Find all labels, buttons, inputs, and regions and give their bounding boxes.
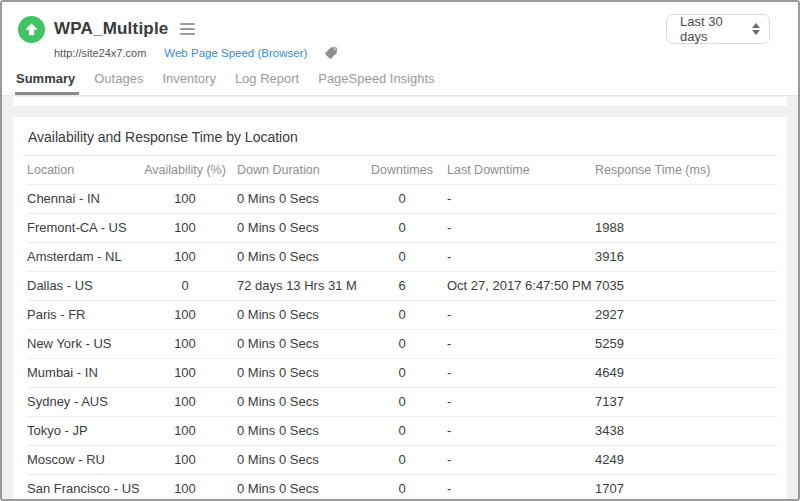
cell-last-downtime: Oct 27, 2017 6:47:50 PM — [447, 271, 595, 300]
cell-location: Tokyo - JP — [27, 416, 139, 445]
cell-last-downtime: - — [447, 300, 595, 329]
cell-response-time-ms: 5259 — [595, 329, 777, 358]
cell-availability: 100 — [139, 358, 231, 387]
cell-availability: 100 — [139, 184, 231, 213]
table-row: Fremont-CA - US1000 Mins 0 Secs0-1988 — [27, 213, 777, 242]
tab-pagespeed-insights[interactable]: PageSpeed Insights — [318, 69, 434, 95]
cell-down-duration: 0 Mins 0 Secs — [231, 387, 357, 416]
cell-downtimes: 0 — [357, 213, 447, 242]
cell-location: San Francisco - US — [27, 474, 139, 499]
previous-card-edge — [13, 97, 787, 106]
cell-location: Fremont-CA - US — [27, 213, 139, 242]
cell-down-duration: 0 Mins 0 Secs — [231, 474, 357, 499]
cell-location: New York - US — [27, 329, 139, 358]
cell-availability: 100 — [139, 329, 231, 358]
cell-response-time-ms: 3438 — [595, 416, 777, 445]
cell-location: Amsterdam - NL — [27, 242, 139, 271]
cell-response-time-ms: 7035 — [595, 271, 777, 300]
cell-location: Dallas - US — [27, 271, 139, 300]
cell-down-duration: 0 Mins 0 Secs — [231, 329, 357, 358]
cell-response-time-ms: 4649 — [595, 358, 777, 387]
cell-response-time-ms: 7137 — [595, 387, 777, 416]
monitor-title-row: WPA_Multiple Last 30 days — [18, 14, 784, 44]
cell-location: Mumbai - IN — [27, 358, 139, 387]
monitor-name: WPA_Multiple — [54, 19, 168, 39]
column-header-availability: Availability (%) — [139, 156, 231, 184]
tab-summary[interactable]: Summary — [16, 69, 75, 95]
cell-availability: 100 — [139, 242, 231, 271]
cell-location: Sydney - AUS — [27, 387, 139, 416]
cell-response-time-ms: 1707 — [595, 474, 777, 499]
cell-location: Paris - FR — [27, 300, 139, 329]
cell-response-time-ms: 2927 — [595, 300, 777, 329]
cell-response-time-ms: 1988 — [595, 213, 777, 242]
tab-log-report[interactable]: Log Report — [235, 69, 299, 95]
cell-last-downtime: - — [447, 445, 595, 474]
cell-downtimes: 6 — [357, 271, 447, 300]
table-row: Dallas - US072 days 13 Hrs 31 Mins6Oct 2… — [27, 271, 777, 300]
table-row: Paris - FR1000 Mins 0 Secs0-2927 — [27, 300, 777, 329]
up-arrow-icon — [24, 22, 39, 37]
table-row: Amsterdam - NL1000 Mins 0 Secs0-3916 — [27, 242, 777, 271]
cell-availability: 100 — [139, 387, 231, 416]
table-header-row: LocationAvailability (%)Down DurationDow… — [27, 156, 777, 184]
table-row: Chennai - IN1000 Mins 0 Secs0- — [27, 184, 777, 213]
monitor-subtitle-row: http://site24x7.com Web Page Speed (Brow… — [54, 44, 784, 62]
cell-downtimes: 0 — [357, 416, 447, 445]
cell-location: Chennai - IN — [27, 184, 139, 213]
cell-downtimes: 0 — [357, 300, 447, 329]
card-title-row: Availability and Response Time by Locati… — [23, 117, 777, 156]
cell-response-time-ms — [595, 184, 777, 213]
period-select[interactable]: Last 30 days — [666, 14, 770, 44]
cell-availability: 0 — [139, 271, 231, 300]
monitor-window: WPA_Multiple Last 30 days http://site24x… — [0, 0, 800, 501]
cell-response-time-ms: 4249 — [595, 445, 777, 474]
cell-availability: 100 — [139, 474, 231, 499]
cell-last-downtime: - — [447, 329, 595, 358]
tag-icon[interactable] — [324, 46, 338, 60]
cell-down-duration: 72 days 13 Hrs 31 Mins — [231, 271, 357, 300]
cell-down-duration: 0 Mins 0 Secs — [231, 416, 357, 445]
card-title: Availability and Response Time by Locati… — [28, 129, 298, 145]
cell-last-downtime: - — [447, 358, 595, 387]
column-header-location: Location — [27, 156, 139, 184]
cell-downtimes: 0 — [357, 358, 447, 387]
cell-last-downtime: - — [447, 242, 595, 271]
period-select-value: Last 30 days — [680, 14, 752, 44]
cell-last-downtime: - — [447, 213, 595, 242]
summary-content: Availability and Response Time by Locati… — [2, 96, 798, 499]
table-row: Mumbai - IN1000 Mins 0 Secs0-4649 — [27, 358, 777, 387]
monitor-url: http://site24x7.com — [54, 47, 146, 59]
monitor-header: WPA_Multiple Last 30 days http://site24x… — [2, 2, 798, 96]
cell-availability: 100 — [139, 416, 231, 445]
cell-last-downtime: - — [447, 416, 595, 445]
cell-downtimes: 0 — [357, 387, 447, 416]
status-up-icon — [18, 16, 45, 43]
cell-availability: 100 — [139, 445, 231, 474]
cell-downtimes: 0 — [357, 329, 447, 358]
cell-downtimes: 0 — [357, 445, 447, 474]
table-row: New York - US1000 Mins 0 Secs0-5259 — [27, 329, 777, 358]
tab-inventory[interactable]: Inventory — [162, 69, 215, 95]
tab-outages[interactable]: Outages — [94, 69, 143, 95]
monitor-type-link[interactable]: Web Page Speed (Browser) — [164, 47, 307, 59]
cell-availability: 100 — [139, 300, 231, 329]
monitor-menu-icon[interactable] — [180, 20, 195, 38]
cell-down-duration: 0 Mins 0 Secs — [231, 242, 357, 271]
cell-last-downtime: - — [447, 387, 595, 416]
column-header-last-downtime: Last Downtime — [447, 156, 595, 184]
column-header-down-duration: Down Duration — [231, 156, 357, 184]
table-row: Sydney - AUS1000 Mins 0 Secs0-7137 — [27, 387, 777, 416]
table-row: San Francisco - US1000 Mins 0 Secs0-1707 — [27, 474, 777, 499]
cell-availability: 100 — [139, 213, 231, 242]
cell-down-duration: 0 Mins 0 Secs — [231, 445, 357, 474]
cell-downtimes: 0 — [357, 184, 447, 213]
select-stepper-icon — [752, 23, 760, 35]
table-row: Moscow - RU1000 Mins 0 Secs0-4249 — [27, 445, 777, 474]
cell-down-duration: 0 Mins 0 Secs — [231, 300, 357, 329]
cell-down-duration: 0 Mins 0 Secs — [231, 213, 357, 242]
cell-response-time-ms: 3916 — [595, 242, 777, 271]
monitor-tabs: SummaryOutagesInventoryLog ReportPageSpe… — [16, 69, 784, 95]
table-row: Tokyo - JP1000 Mins 0 Secs0-3438 — [27, 416, 777, 445]
cell-down-duration: 0 Mins 0 Secs — [231, 184, 357, 213]
